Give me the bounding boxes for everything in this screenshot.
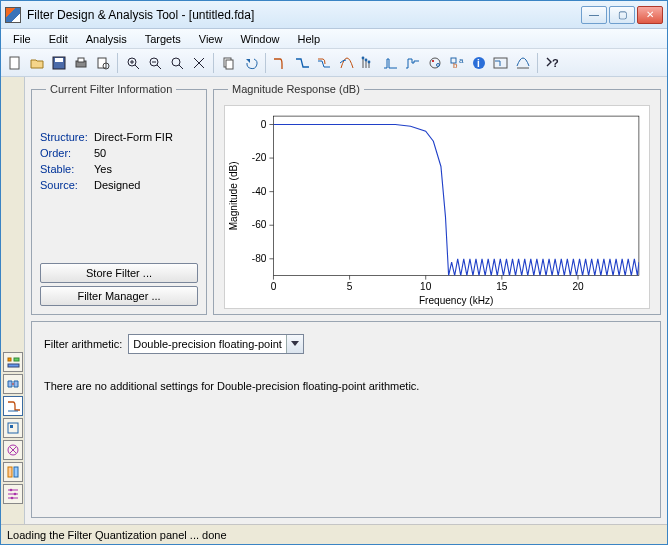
svg-rect-4 [78, 58, 84, 62]
menu-analysis[interactable]: Analysis [78, 31, 135, 47]
strip-btn-5[interactable] [3, 440, 23, 460]
help-icon[interactable]: ? [543, 53, 563, 73]
menu-view[interactable]: View [191, 31, 231, 47]
save-icon[interactable] [49, 53, 69, 73]
svg-rect-43 [10, 425, 13, 428]
svg-rect-47 [8, 467, 12, 477]
strip-btn-4[interactable] [3, 418, 23, 438]
svg-point-53 [13, 493, 16, 496]
menu-edit[interactable]: Edit [41, 31, 76, 47]
svg-point-24 [365, 58, 368, 61]
svg-rect-0 [10, 57, 19, 69]
group-delay-icon[interactable] [337, 53, 357, 73]
store-filter-button[interactable]: Store Filter ... [40, 263, 198, 283]
zoom-in-icon[interactable] [123, 53, 143, 73]
new-icon[interactable] [5, 53, 25, 73]
strip-btn-7[interactable] [3, 484, 23, 504]
svg-text:-40: -40 [252, 186, 267, 197]
menu-help[interactable]: Help [290, 31, 329, 47]
svg-rect-48 [14, 467, 18, 477]
svg-text:0: 0 [261, 119, 267, 130]
plot-legend: Magnitude Response (dB) [228, 83, 364, 95]
strip-btn-3[interactable] [3, 396, 23, 416]
order-label: Order: [40, 145, 94, 161]
strip-btn-6[interactable] [3, 462, 23, 482]
strip-btn-1[interactable] [3, 352, 23, 372]
svg-text:?: ? [552, 57, 559, 69]
arith-combo[interactable]: Double-precision floating-point [128, 334, 304, 354]
svg-point-29 [437, 63, 440, 66]
app-window: Filter Design & Analysis Tool - [untitle… [0, 0, 668, 545]
menu-targets[interactable]: Targets [137, 31, 189, 47]
roundoff-icon[interactable] [513, 53, 533, 73]
structure-label: Structure: [40, 129, 94, 145]
side-strip [1, 77, 25, 524]
svg-text:5: 5 [347, 281, 353, 292]
zoom-full-icon[interactable] [167, 53, 187, 73]
maximize-button[interactable]: ▢ [609, 6, 635, 24]
pole-zero-icon[interactable] [425, 53, 445, 73]
arith-row: Filter arithmetic: Double-precision floa… [44, 334, 648, 354]
arith-value: Double-precision floating-point [133, 338, 282, 350]
toolbar-separator [265, 53, 267, 73]
open-icon[interactable] [27, 53, 47, 73]
close-button[interactable]: ✕ [637, 6, 663, 24]
svg-point-25 [368, 60, 371, 63]
menu-file[interactable]: File [5, 31, 39, 47]
svg-text:Frequency (kHz): Frequency (kHz) [419, 295, 493, 306]
mag-phase-icon[interactable] [315, 53, 335, 73]
magnitude-icon[interactable] [271, 53, 291, 73]
current-filter-info-panel: Current Filter Information Structure:Dir… [31, 83, 207, 315]
phase-icon[interactable] [293, 53, 313, 73]
svg-text:b: b [453, 61, 458, 70]
coefficients-icon[interactable]: ba [447, 53, 467, 73]
info-buttons: Store Filter ... Filter Manager ... [40, 255, 198, 306]
magnitude-response-panel: Magnitude Response (dB) 051015200-20-40-… [213, 83, 661, 315]
print-icon[interactable] [71, 53, 91, 73]
menu-window[interactable]: Window [232, 31, 287, 47]
svg-point-54 [10, 497, 13, 500]
svg-line-12 [157, 65, 161, 69]
zoom-xy-icon[interactable] [189, 53, 209, 73]
filter-manager-button[interactable]: Filter Manager ... [40, 286, 198, 306]
svg-rect-39 [14, 358, 19, 361]
print-preview-icon[interactable] [93, 53, 113, 73]
step-icon[interactable] [403, 53, 423, 73]
minimize-button[interactable]: — [581, 6, 607, 24]
stable-value: Yes [94, 163, 112, 175]
toolbar-separator [117, 53, 119, 73]
app-icon [5, 7, 21, 23]
info-rows: Structure:Direct-Form FIR Order:50 Stabl… [40, 129, 198, 193]
svg-text:0: 0 [271, 281, 277, 292]
svg-point-52 [9, 489, 12, 492]
undo-icon[interactable] [241, 53, 261, 73]
plot-area[interactable]: 051015200-20-40-60-80Frequency (kHz)Magn… [224, 105, 650, 309]
filter-spec-icon[interactable] [491, 53, 511, 73]
chevron-down-icon [291, 341, 299, 346]
svg-text:20: 20 [572, 281, 584, 292]
status-text: Loading the Filter Quantization panel ..… [7, 529, 227, 541]
strip-btn-2[interactable] [3, 374, 23, 394]
menubar: File Edit Analysis Targets View Window H… [1, 29, 667, 49]
window-title: Filter Design & Analysis Tool - [untitle… [27, 8, 579, 22]
svg-text:-60: -60 [252, 219, 267, 230]
top-row: Current Filter Information Structure:Dir… [31, 83, 661, 315]
filter-arithmetic-panel: Filter arithmetic: Double-precision floa… [31, 321, 661, 518]
body-area: Current Filter Information Structure:Dir… [1, 77, 667, 524]
titlebar[interactable]: Filter Design & Analysis Tool - [untitle… [1, 1, 667, 29]
svg-rect-40 [8, 364, 19, 367]
svg-rect-2 [55, 58, 63, 62]
source-label: Source: [40, 177, 94, 193]
arith-label: Filter arithmetic: [44, 338, 122, 350]
arith-message: There are no additional settings for Dou… [44, 380, 648, 392]
plot-svg: 051015200-20-40-60-80Frequency (kHz)Magn… [225, 106, 649, 308]
toolbar-separator [213, 53, 215, 73]
copy-icon[interactable] [219, 53, 239, 73]
info-icon[interactable]: i [469, 53, 489, 73]
svg-rect-55 [273, 116, 638, 275]
svg-point-23 [362, 56, 365, 59]
zoom-out-icon[interactable] [145, 53, 165, 73]
impulse-icon[interactable] [381, 53, 401, 73]
svg-line-8 [135, 65, 139, 69]
phase-delay-icon[interactable] [359, 53, 379, 73]
